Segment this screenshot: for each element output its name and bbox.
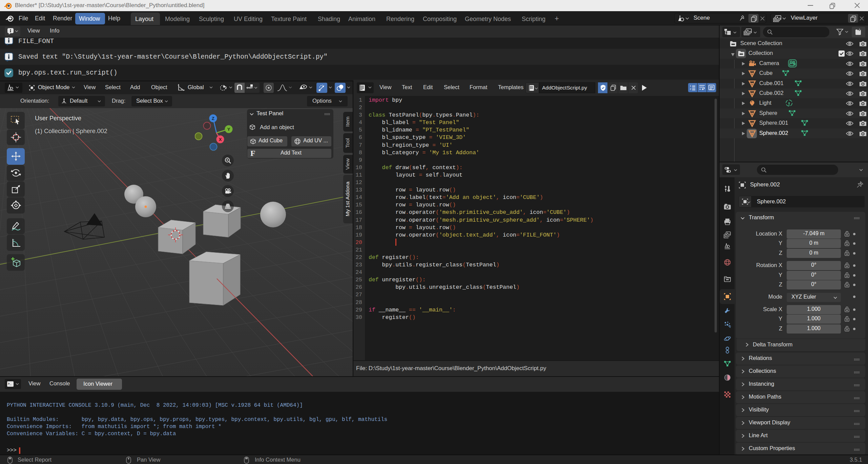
- svg-text:2: 2: [690, 87, 691, 90]
- svg-text:Z: Z: [212, 116, 214, 121]
- svg-text:Y: Y: [227, 127, 230, 132]
- svg-text:>_: >_: [8, 382, 12, 386]
- svg-text:X: X: [219, 137, 222, 142]
- svg-text:1: 1: [690, 84, 691, 87]
